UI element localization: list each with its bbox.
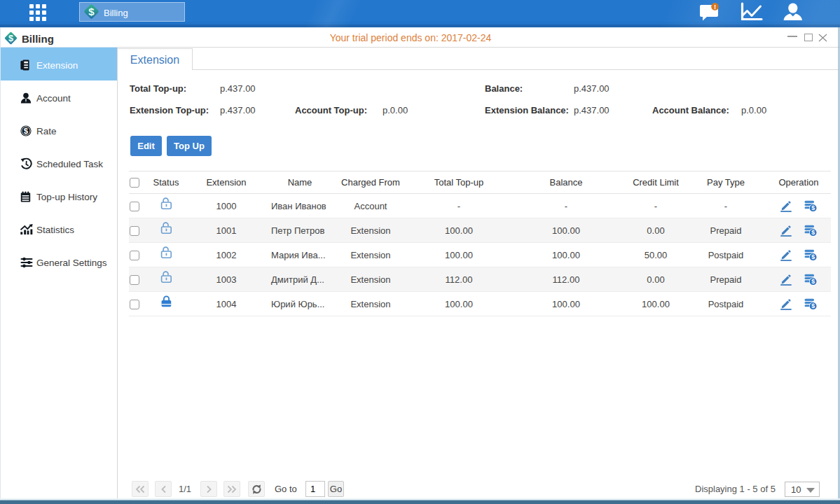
svg-text:$: $	[811, 302, 815, 309]
svg-text:!: !	[714, 3, 716, 10]
svg-text:$: $	[24, 127, 29, 135]
svg-text:$: $	[811, 204, 815, 211]
svg-text:$: $	[811, 253, 815, 260]
svg-text:$: $	[88, 6, 95, 18]
svg-text:$: $	[811, 229, 815, 236]
svg-text:$: $	[811, 278, 815, 285]
